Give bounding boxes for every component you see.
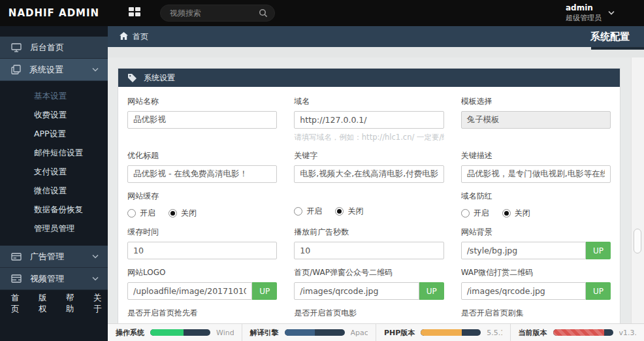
field-unnamed-toggle: 开启 关闭	[294, 191, 443, 219]
home-icon	[120, 32, 128, 42]
submenu-item-admin-management[interactable]: 管理员管理	[0, 219, 108, 238]
sidebar-item-video-management[interactable]: 视频管理	[0, 268, 108, 290]
footer-link-home[interactable]: 首页	[11, 293, 25, 315]
settings-panel: 系统设置 网站名称 域名 请填写域名，例如：http://hlc1.cn/ 一定…	[118, 68, 620, 341]
status-value: Apache/2.4.10	[351, 329, 368, 337]
upload-button[interactable]: UP	[419, 282, 444, 300]
submenu-item-fee-settings[interactable]: 收费设置	[0, 106, 108, 125]
upload-button[interactable]: UP	[586, 242, 611, 259]
breadcrumb-home-label: 首页	[133, 31, 148, 42]
radio-option[interactable]: 开启	[127, 208, 155, 219]
footer-link-copyright[interactable]: 版权	[39, 293, 53, 315]
site-logo-input[interactable]	[127, 282, 252, 300]
progress-bar	[150, 329, 210, 336]
main-content: 首页 系统配置 系统设置 网站名称	[108, 26, 644, 341]
panel-header: 系统设置	[118, 69, 620, 87]
field-label: 网站LOGO	[127, 267, 277, 278]
radio-option[interactable]: 开启	[294, 206, 322, 217]
breadcrumb: 首页 系统配置	[108, 26, 644, 47]
search-icon[interactable]	[259, 8, 268, 18]
scrollbar-thumb[interactable]	[634, 229, 641, 253]
field-template: 模板选择 兔子模板	[461, 96, 611, 142]
field-cache-time: 缓存时间	[127, 227, 277, 259]
substrip	[108, 47, 644, 57]
scrollbar-track[interactable]	[631, 57, 644, 323]
status-os: 操作系统 Windows (NT)	[108, 324, 242, 341]
preroll-seconds-input[interactable]	[294, 242, 443, 259]
sidebar-item-label: 视频管理	[30, 273, 64, 285]
wap-qrcode-input[interactable]	[294, 282, 419, 300]
template-select[interactable]: 兔子模板	[461, 111, 611, 129]
field-site-logo: 网站LOGO UP	[127, 267, 277, 300]
seo-title-input[interactable]	[127, 165, 277, 183]
submenu-item-wechat-settings[interactable]: 微信设置	[0, 182, 108, 201]
field-label: 是否开启首页剧集	[461, 308, 611, 319]
user-menu[interactable]: admin 超级管理员	[566, 3, 615, 23]
field-site-name: 网站名称	[127, 96, 277, 142]
radio-circle	[294, 207, 302, 216]
domain-input[interactable]	[294, 111, 443, 129]
submenu-item-app-settings[interactable]: APP设置	[0, 125, 108, 144]
radio-option[interactable]: 开启	[461, 208, 489, 219]
description-input[interactable]	[461, 165, 611, 183]
tag-icon	[128, 74, 137, 82]
field-label: 首页/WAP弹窗公众号二维码	[294, 267, 443, 278]
status-version: 当前版本 v1.3.6.5-	[510, 324, 644, 341]
radio-circle	[502, 209, 511, 218]
sidebar-item-system-settings[interactable]: 系统设置	[0, 59, 108, 81]
field-label: 域名防红	[461, 191, 611, 202]
radio-option[interactable]: 关闭	[335, 206, 363, 217]
upload-button[interactable]: UP	[252, 282, 277, 300]
radio-circle	[461, 209, 470, 218]
radio-label: 关闭	[181, 208, 197, 219]
upload-button[interactable]: UP	[586, 282, 611, 300]
field-domain-antired: 域名防红 开启 关闭	[461, 191, 611, 219]
submenu-item-payment-settings[interactable]: 支付设置	[0, 163, 108, 182]
site-background-input[interactable]	[461, 242, 586, 259]
field-site-background: 网站背景 UP	[461, 227, 611, 259]
grid-icon	[127, 6, 142, 20]
domain-hint: 请填写域名，例如：http://hlc1.cn/ 一定要/结尾否则出错	[294, 133, 443, 142]
wechat-reward-qrcode-input[interactable]	[461, 282, 586, 300]
keywords-input[interactable]	[294, 165, 443, 183]
topbar: NADHIF ADMIN admin 超级管理员	[0, 0, 644, 26]
field-label: 网站背景	[461, 227, 611, 238]
radio-circle	[169, 209, 177, 218]
status-label: PHP版本	[384, 328, 415, 338]
field-label: 域名	[294, 96, 443, 107]
pages-icon	[11, 65, 21, 74]
search-input[interactable]	[170, 8, 259, 18]
cache-time-input[interactable]	[127, 242, 277, 259]
footer-link-help[interactable]: 帮助	[66, 293, 80, 315]
monitor-icon	[11, 43, 22, 52]
sidebar: 后台首页 系统设置 基本设置 收费设置 APP设置 邮件短信设置 支付设置 微信…	[0, 26, 108, 341]
status-value: Windows (NT)	[216, 329, 234, 337]
form-row: 优化标题 关键字 关键描述	[127, 150, 611, 183]
form-row: 缓存时间 播放前广告秒数 网站背景 UP	[127, 227, 611, 259]
status-value: v1.3.6.5-	[619, 329, 637, 337]
submenu-item-backup-restore[interactable]: 数据备份恢复	[0, 201, 108, 219]
field-label: 缓存时间	[127, 227, 277, 238]
form-row: 网站缓存 开启 关闭 开启 关闭 域名防红 开启 关闭	[127, 191, 611, 219]
radio-option[interactable]: 关闭	[502, 208, 530, 219]
form-row: 网站LOGO UP 首页/WAP弹窗公众号二维码 UP	[127, 267, 611, 300]
field-seo-title: 优化标题	[127, 150, 277, 183]
submenu-item-mail-sms-settings[interactable]: 邮件短信设置	[0, 144, 108, 163]
submenu-item-basic-settings[interactable]: 基本设置	[0, 87, 108, 106]
video-icon	[11, 274, 22, 283]
chevron-down-icon	[92, 276, 99, 281]
radio-label: 开启	[140, 208, 155, 219]
status-label: 操作系统	[116, 328, 144, 338]
radio-option[interactable]: 关闭	[169, 208, 197, 219]
sidebar-toggle-button[interactable]	[127, 6, 142, 20]
field-label: 关键字	[294, 150, 443, 161]
site-name-input[interactable]	[127, 111, 277, 129]
radio-label: 开启	[474, 208, 489, 219]
sidebar-item-dashboard[interactable]: 后台首页	[0, 37, 108, 59]
breadcrumb-home[interactable]: 首页	[120, 31, 148, 42]
field-wap-qrcode: 首页/WAP弹窗公众号二维码 UP	[294, 267, 443, 300]
footer-link-about[interactable]: 关于	[93, 293, 108, 315]
radio-circle	[127, 209, 136, 218]
sidebar-item-ad-management[interactable]: 广告管理	[0, 246, 108, 268]
chevron-down-icon	[92, 67, 99, 72]
